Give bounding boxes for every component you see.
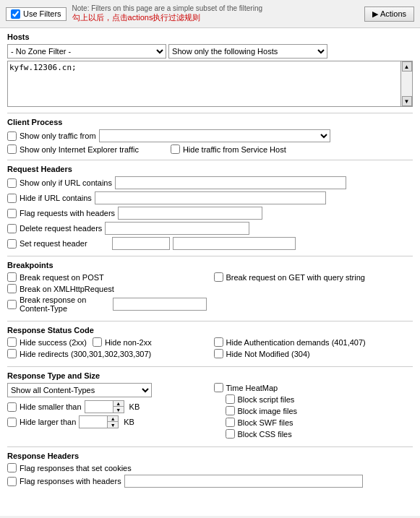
break-xmlhttp-label: Break on XMLHttpRequest [20, 285, 114, 293]
smaller-down-btn[interactable]: ▼ [113, 407, 124, 413]
flag-requests-checkbox[interactable] [7, 209, 17, 218]
delete-headers-label: Delete request headers [20, 224, 102, 233]
hide-larger-checkbox[interactable] [7, 418, 17, 427]
show-traffic-label: Show only traffic from [20, 131, 96, 140]
break-post-row: Break request on POST [7, 272, 207, 282]
break-response-row: Break response on Content-Type [7, 295, 207, 313]
hide-not-modified-checkbox[interactable] [214, 349, 223, 358]
block-css-label: Block CSS files [238, 430, 292, 439]
set-header-input2[interactable] [173, 237, 296, 250]
break-response-input[interactable] [113, 298, 207, 311]
hosts-textarea-box: kyfw.12306.cn; ▲ ▼ [7, 61, 413, 107]
scroll-down-btn[interactable]: ▼ [402, 96, 412, 106]
hide-success-row: Hide success (2xx) Hide non-2xx [7, 337, 207, 347]
smaller-up-btn[interactable]: ▲ [113, 401, 124, 407]
show-url-checkbox[interactable] [7, 178, 17, 188]
hide-larger-label: Hide larger than [20, 418, 76, 426]
flag-cookies-checkbox[interactable] [7, 463, 17, 472]
actions-button[interactable]: ▶ Actions [364, 7, 414, 22]
hide-smaller-row: Hide smaller than 1 ▲ ▼ KB [7, 400, 207, 413]
scroll-up-btn[interactable]: ▲ [402, 61, 412, 72]
request-headers-label: Request Headers [7, 165, 413, 173]
block-script-row: Block script files [214, 394, 413, 404]
hide-url-input[interactable] [95, 191, 326, 204]
content-type-select[interactable]: Show all Content-Types [7, 383, 152, 397]
hide-service-host-checkbox[interactable] [171, 144, 180, 154]
hide-not-modified-label: Hide Not Modified (304) [226, 350, 310, 358]
block-script-checkbox[interactable] [226, 394, 235, 404]
response-type-left: Show all Content-Types Hide smaller than… [7, 383, 207, 441]
ie-traffic-checkbox[interactable] [7, 144, 17, 154]
note-text: Note: Filters on this page are a simple … [72, 4, 262, 12]
break-get-label: Break request on GET with query string [226, 273, 365, 282]
break-xmlhttp-row: Break on XMLHttpRequest [7, 284, 207, 293]
hide-smaller-checkbox[interactable] [7, 402, 17, 412]
block-swf-checkbox[interactable] [226, 418, 235, 427]
break-post-checkbox[interactable] [7, 272, 17, 282]
set-header-input1[interactable] [112, 237, 170, 250]
hosts-textarea[interactable]: kyfw.12306.cn; [8, 61, 400, 105]
note-area: Note: Filters on this page are a simple … [72, 4, 364, 23]
delete-headers-input[interactable] [105, 222, 249, 235]
zone-filter-select[interactable]: - No Zone Filter - [7, 44, 166, 59]
block-css-checkbox[interactable] [226, 429, 235, 439]
smaller-value-input[interactable]: 1 [85, 400, 113, 413]
flag-headers-checkbox[interactable] [7, 477, 17, 486]
block-image-checkbox[interactable] [226, 406, 235, 415]
flag-cookies-label: Flag responses that set cookies [20, 464, 132, 472]
use-filters-label: Use Filters [23, 9, 61, 18]
larger-up-btn[interactable]: ▲ [108, 416, 118, 422]
hide-success-checkbox[interactable] [7, 337, 17, 347]
use-filters-input[interactable] [11, 9, 20, 19]
larger-kb-label: KB [124, 418, 134, 426]
break-response-checkbox[interactable] [7, 300, 17, 309]
break-get-checkbox[interactable] [214, 272, 223, 282]
set-header-row: Set request header [7, 237, 413, 250]
hide-url-checkbox[interactable] [7, 194, 17, 203]
breakpoints-section: Breakpoints Break request on POST Break … [7, 261, 413, 315]
set-header-checkbox[interactable] [7, 239, 17, 249]
show-url-row: Show only if URL contains [7, 176, 413, 189]
show-url-label: Show only if URL contains [20, 178, 112, 187]
hide-smaller-label: Hide smaller than [20, 402, 82, 411]
set-header-label: Set request header [20, 239, 87, 248]
break-xmlhttp-checkbox[interactable] [7, 284, 17, 293]
show-traffic-row: Show only traffic from [7, 129, 413, 142]
larger-down-btn[interactable]: ▼ [108, 422, 118, 428]
flag-requests-input[interactable] [118, 207, 262, 220]
response-status-left: Hide success (2xx) Hide non-2xx Hide red… [7, 337, 207, 361]
hide-redirects-label: Hide redirects (300,301,302,303,307) [20, 350, 151, 358]
flag-headers-input[interactable] [124, 475, 363, 488]
show-url-input[interactable] [115, 176, 346, 189]
delete-headers-checkbox[interactable] [7, 224, 17, 233]
hosts-scrollbar[interactable]: ▲ ▼ [400, 61, 412, 106]
flag-headers-row: Flag responses with headers [7, 475, 413, 488]
hide-success-label: Hide success (2xx) [20, 338, 87, 347]
response-status-right: Hide Authentication demands (401,407) Hi… [214, 337, 413, 361]
show-traffic-checkbox[interactable] [7, 131, 17, 141]
top-bar: Use Filters Note: Filters on this page a… [0, 0, 420, 28]
use-filters-checkbox[interactable]: Use Filters [6, 7, 67, 21]
hide-url-row: Hide if URL contains [7, 191, 413, 204]
host-filter-select[interactable]: Show only the following Hosts [168, 44, 327, 59]
response-type-label: Response Type and Size [7, 371, 413, 380]
actions-label: Actions [380, 9, 406, 18]
response-headers-section: Response Headers Flag responses that set… [7, 452, 413, 488]
hide-redirects-row: Hide redirects (300,301,302,303,307) [7, 349, 207, 358]
delete-headers-row: Delete request headers [7, 222, 413, 235]
flag-requests-row: Flag requests with headers [7, 207, 413, 220]
response-headers-label: Response Headers [7, 452, 413, 460]
block-swf-row: Block SWF files [214, 418, 413, 427]
hide-auth-checkbox[interactable] [214, 337, 223, 347]
response-status-label: Response Status Code [7, 326, 413, 334]
flag-cookies-row: Flag responses that set cookies [7, 463, 413, 472]
larger-value-input[interactable]: 1 [79, 415, 108, 428]
hide-redirects-checkbox[interactable] [7, 349, 17, 358]
hide-non2xx-label: Hide non-2xx [105, 338, 152, 347]
response-status-cols: Hide success (2xx) Hide non-2xx Hide red… [7, 337, 413, 361]
response-type-right: Time HeatMap Block script files Block im… [214, 383, 413, 441]
larger-spinner: 1 ▲ ▼ [79, 415, 119, 428]
traffic-from-select[interactable] [99, 129, 330, 142]
hide-non2xx-checkbox[interactable] [93, 337, 102, 347]
time-heatmap-checkbox[interactable] [214, 383, 223, 392]
